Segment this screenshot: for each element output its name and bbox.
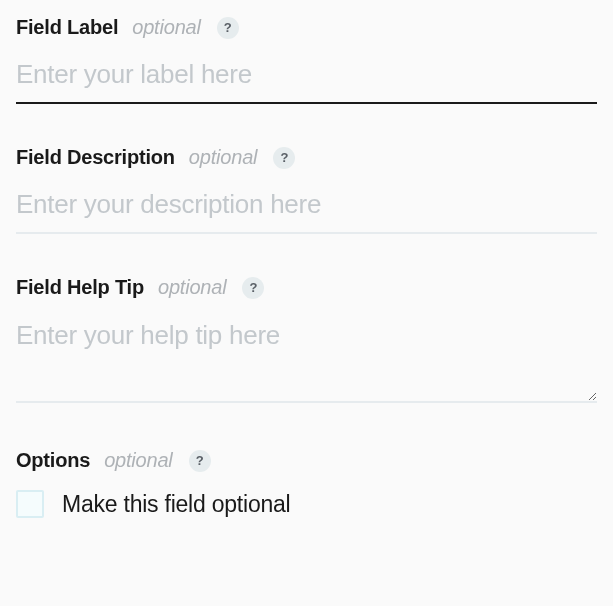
- options-title: Options: [16, 449, 90, 472]
- field-helptip-input[interactable]: [16, 313, 597, 403]
- optional-tag: optional: [104, 449, 172, 472]
- field-label-row: Field Label optional ?: [16, 16, 597, 39]
- field-helptip-title: Field Help Tip: [16, 276, 144, 299]
- help-icon[interactable]: ?: [189, 450, 211, 472]
- optional-tag: optional: [189, 146, 257, 169]
- field-helptip-group: Field Help Tip optional ?: [16, 276, 597, 407]
- help-icon[interactable]: ?: [217, 17, 239, 39]
- optional-tag: optional: [158, 276, 226, 299]
- field-label-group: Field Label optional ?: [16, 16, 597, 104]
- field-label-input[interactable]: [16, 53, 597, 104]
- field-description-input[interactable]: [16, 183, 597, 234]
- make-optional-checkbox[interactable]: [16, 490, 44, 518]
- options-group: Options optional ? Make this field optio…: [16, 449, 597, 518]
- help-icon[interactable]: ?: [273, 147, 295, 169]
- field-description-row: Field Description optional ?: [16, 146, 597, 169]
- help-icon[interactable]: ?: [242, 277, 264, 299]
- make-optional-row: Make this field optional: [16, 490, 597, 518]
- make-optional-label: Make this field optional: [62, 491, 290, 518]
- optional-tag: optional: [132, 16, 200, 39]
- field-description-group: Field Description optional ?: [16, 146, 597, 234]
- field-label-title: Field Label: [16, 16, 118, 39]
- field-description-title: Field Description: [16, 146, 175, 169]
- options-row: Options optional ?: [16, 449, 597, 472]
- field-helptip-row: Field Help Tip optional ?: [16, 276, 597, 299]
